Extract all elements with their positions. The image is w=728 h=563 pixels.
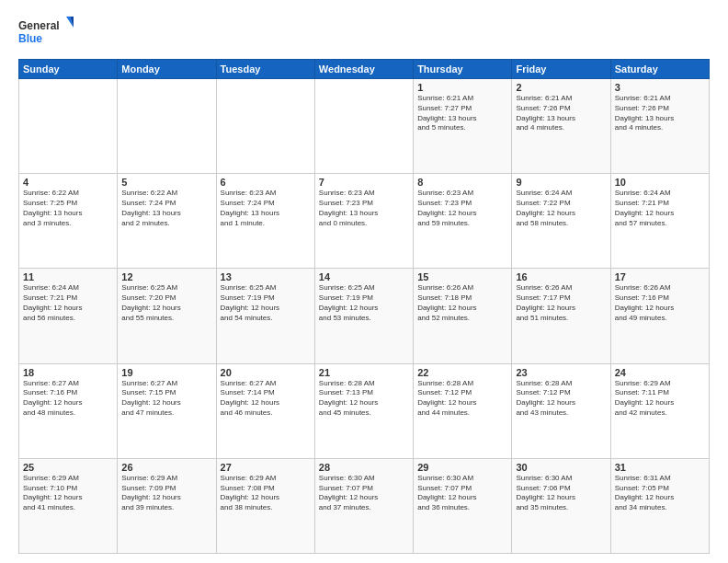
weekday-header: Saturday <box>610 60 709 79</box>
calendar-cell: 19Sunrise: 6:27 AMSunset: 7:15 PMDayligh… <box>118 363 216 458</box>
calendar-cell: 15Sunrise: 6:26 AMSunset: 7:18 PMDayligh… <box>414 269 512 363</box>
day-info: Sunrise: 6:24 AMSunset: 7:21 PMDaylight:… <box>23 283 113 323</box>
weekday-header: Tuesday <box>216 60 314 79</box>
generalblue-logo: General Blue <box>18 15 74 52</box>
day-number: 23 <box>516 367 606 378</box>
weekday-header: Thursday <box>414 60 512 79</box>
day-info: Sunrise: 6:30 AMSunset: 7:07 PMDaylight:… <box>319 474 409 513</box>
day-number: 5 <box>121 177 211 188</box>
day-info: Sunrise: 6:25 AMSunset: 7:19 PMDaylight:… <box>319 283 409 323</box>
calendar-cell: 8Sunrise: 6:23 AMSunset: 7:23 PMDaylight… <box>414 174 512 269</box>
day-number: 15 <box>417 271 507 282</box>
day-number: 6 <box>221 177 311 188</box>
calendar-cell: 7Sunrise: 6:23 AMSunset: 7:23 PMDaylight… <box>314 174 413 269</box>
day-number: 18 <box>23 367 113 378</box>
svg-text:Blue: Blue <box>18 32 42 45</box>
day-info: Sunrise: 6:25 AMSunset: 7:20 PMDaylight:… <box>121 283 211 323</box>
calendar-cell: 23Sunrise: 6:28 AMSunset: 7:12 PMDayligh… <box>512 363 610 458</box>
calendar-cell: 21Sunrise: 6:28 AMSunset: 7:13 PMDayligh… <box>314 363 413 458</box>
logo: General Blue <box>18 15 74 52</box>
day-number: 30 <box>516 462 606 473</box>
day-info: Sunrise: 6:29 AMSunset: 7:08 PMDaylight:… <box>221 474 311 513</box>
svg-text:General: General <box>18 19 60 32</box>
day-info: Sunrise: 6:24 AMSunset: 7:22 PMDaylight:… <box>516 189 606 228</box>
calendar-cell: 10Sunrise: 6:24 AMSunset: 7:21 PMDayligh… <box>610 174 709 269</box>
day-number: 7 <box>319 177 409 188</box>
calendar-cell: 28Sunrise: 6:30 AMSunset: 7:07 PMDayligh… <box>314 458 413 553</box>
weekday-header: Monday <box>118 60 216 79</box>
day-info: Sunrise: 6:26 AMSunset: 7:16 PMDaylight:… <box>615 283 705 323</box>
day-info: Sunrise: 6:30 AMSunset: 7:06 PMDaylight:… <box>516 474 606 513</box>
calendar-cell: 16Sunrise: 6:26 AMSunset: 7:17 PMDayligh… <box>512 269 610 363</box>
day-number: 16 <box>516 271 606 282</box>
day-number: 29 <box>417 462 507 473</box>
weekday-header: Wednesday <box>314 60 413 79</box>
calendar-cell: 2Sunrise: 6:21 AMSunset: 7:26 PMDaylight… <box>512 79 610 174</box>
calendar-cell: 9Sunrise: 6:24 AMSunset: 7:22 PMDaylight… <box>512 174 610 269</box>
calendar-cell: 4Sunrise: 6:22 AMSunset: 7:25 PMDaylight… <box>19 174 118 269</box>
day-info: Sunrise: 6:23 AMSunset: 7:24 PMDaylight:… <box>221 189 311 228</box>
day-info: Sunrise: 6:23 AMSunset: 7:23 PMDaylight:… <box>417 189 507 228</box>
day-info: Sunrise: 6:26 AMSunset: 7:17 PMDaylight:… <box>516 283 606 323</box>
day-number: 8 <box>417 177 507 188</box>
calendar-cell <box>118 79 216 174</box>
day-info: Sunrise: 6:21 AMSunset: 7:27 PMDaylight:… <box>417 94 507 133</box>
day-number: 21 <box>319 367 409 378</box>
day-info: Sunrise: 6:29 AMSunset: 7:11 PMDaylight:… <box>615 379 705 419</box>
day-info: Sunrise: 6:26 AMSunset: 7:18 PMDaylight:… <box>417 283 507 323</box>
calendar-cell: 24Sunrise: 6:29 AMSunset: 7:11 PMDayligh… <box>610 363 709 458</box>
day-info: Sunrise: 6:27 AMSunset: 7:16 PMDaylight:… <box>23 379 113 419</box>
day-number: 26 <box>121 462 211 473</box>
calendar-header: SundayMondayTuesdayWednesdayThursdayFrid… <box>19 60 710 79</box>
calendar-cell <box>314 79 413 174</box>
day-info: Sunrise: 6:29 AMSunset: 7:10 PMDaylight:… <box>23 474 113 513</box>
calendar-cell: 27Sunrise: 6:29 AMSunset: 7:08 PMDayligh… <box>216 458 314 553</box>
day-number: 2 <box>516 82 606 93</box>
calendar-cell: 30Sunrise: 6:30 AMSunset: 7:06 PMDayligh… <box>512 458 610 553</box>
day-number: 25 <box>23 462 113 473</box>
day-number: 3 <box>615 82 705 93</box>
calendar-cell: 18Sunrise: 6:27 AMSunset: 7:16 PMDayligh… <box>19 363 118 458</box>
day-number: 10 <box>615 177 705 188</box>
day-number: 22 <box>417 367 507 378</box>
day-number: 28 <box>319 462 409 473</box>
calendar-cell <box>19 79 118 174</box>
day-info: Sunrise: 6:28 AMSunset: 7:12 PMDaylight:… <box>417 379 507 419</box>
calendar-cell: 11Sunrise: 6:24 AMSunset: 7:21 PMDayligh… <box>19 269 118 363</box>
calendar-cell: 6Sunrise: 6:23 AMSunset: 7:24 PMDaylight… <box>216 174 314 269</box>
day-info: Sunrise: 6:27 AMSunset: 7:14 PMDaylight:… <box>221 379 311 419</box>
day-info: Sunrise: 6:21 AMSunset: 7:26 PMDaylight:… <box>516 94 606 133</box>
day-number: 19 <box>121 367 211 378</box>
day-info: Sunrise: 6:21 AMSunset: 7:26 PMDaylight:… <box>615 94 705 133</box>
header: General Blue <box>18 15 710 52</box>
day-info: Sunrise: 6:22 AMSunset: 7:25 PMDaylight:… <box>23 189 113 228</box>
calendar-cell: 22Sunrise: 6:28 AMSunset: 7:12 PMDayligh… <box>414 363 512 458</box>
day-info: Sunrise: 6:29 AMSunset: 7:09 PMDaylight:… <box>121 474 211 513</box>
day-info: Sunrise: 6:23 AMSunset: 7:23 PMDaylight:… <box>319 189 409 228</box>
day-info: Sunrise: 6:28 AMSunset: 7:13 PMDaylight:… <box>319 379 409 419</box>
day-number: 31 <box>615 462 705 473</box>
calendar-cell: 20Sunrise: 6:27 AMSunset: 7:14 PMDayligh… <box>216 363 314 458</box>
calendar-cell: 3Sunrise: 6:21 AMSunset: 7:26 PMDaylight… <box>610 79 709 174</box>
calendar-cell: 13Sunrise: 6:25 AMSunset: 7:19 PMDayligh… <box>216 269 314 363</box>
day-info: Sunrise: 6:25 AMSunset: 7:19 PMDaylight:… <box>221 283 311 323</box>
calendar: SundayMondayTuesdayWednesdayThursdayFrid… <box>18 59 710 554</box>
day-info: Sunrise: 6:31 AMSunset: 7:05 PMDaylight:… <box>615 474 705 513</box>
calendar-cell: 12Sunrise: 6:25 AMSunset: 7:20 PMDayligh… <box>118 269 216 363</box>
day-number: 20 <box>221 367 311 378</box>
calendar-cell: 17Sunrise: 6:26 AMSunset: 7:16 PMDayligh… <box>610 269 709 363</box>
calendar-cell: 25Sunrise: 6:29 AMSunset: 7:10 PMDayligh… <box>19 458 118 553</box>
calendar-cell: 1Sunrise: 6:21 AMSunset: 7:27 PMDaylight… <box>414 79 512 174</box>
day-number: 9 <box>516 177 606 188</box>
weekday-header: Friday <box>512 60 610 79</box>
calendar-cell: 31Sunrise: 6:31 AMSunset: 7:05 PMDayligh… <box>610 458 709 553</box>
weekday-header: Sunday <box>19 60 118 79</box>
calendar-cell: 14Sunrise: 6:25 AMSunset: 7:19 PMDayligh… <box>314 269 413 363</box>
day-info: Sunrise: 6:24 AMSunset: 7:21 PMDaylight:… <box>615 189 705 228</box>
day-info: Sunrise: 6:28 AMSunset: 7:12 PMDaylight:… <box>516 379 606 419</box>
day-number: 17 <box>615 271 705 282</box>
day-info: Sunrise: 6:27 AMSunset: 7:15 PMDaylight:… <box>121 379 211 419</box>
calendar-cell: 5Sunrise: 6:22 AMSunset: 7:24 PMDaylight… <box>118 174 216 269</box>
day-number: 11 <box>23 271 113 282</box>
day-number: 1 <box>417 82 507 93</box>
